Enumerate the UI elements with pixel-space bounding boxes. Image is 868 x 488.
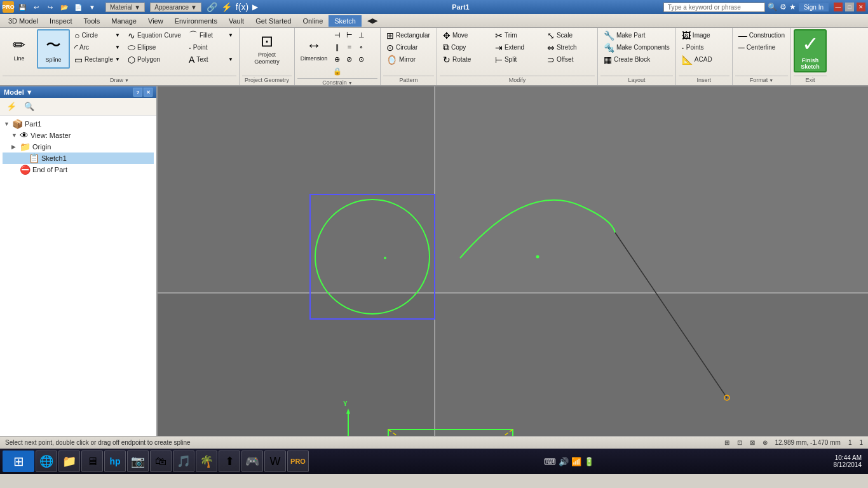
constrain-group-label[interactable]: Constrain ▼ — [297, 78, 377, 86]
polygon-btn[interactable]: ⬡ Polygon — [125, 53, 184, 65]
extend-btn[interactable]: ⇥ Extend — [492, 41, 543, 53]
modify-group-label[interactable]: Modify — [440, 76, 595, 84]
format-group-label[interactable]: Format ▼ — [735, 76, 788, 84]
network-icon[interactable]: 📶 — [571, 457, 581, 466]
qa-save[interactable]: 💾 — [17, 1, 28, 13]
taskbar-folder[interactable]: 📁 — [58, 451, 80, 472]
star-icon[interactable]: ★ — [789, 3, 796, 11]
qa-options[interactable]: ▼ — [86, 1, 98, 13]
line-btn[interactable]: ✏ Line — [3, 29, 36, 69]
copy-btn[interactable]: ⧉ Copy — [440, 41, 491, 53]
rectangle-btn[interactable]: ▭ Rectangle ▼ — [71, 53, 123, 65]
constrain-btn-10[interactable]: 🔒 — [332, 65, 343, 77]
qa-redo[interactable]: ↪ — [44, 1, 56, 13]
make-components-btn[interactable]: 🔩 Make Components — [600, 41, 673, 53]
taskbar-camera[interactable]: 📷 — [127, 451, 149, 472]
qa-icon1[interactable]: 🔗 — [207, 2, 217, 12]
constrain-btn-3[interactable]: ⊥ — [356, 29, 367, 41]
constrain-btn-7[interactable]: ⊕ — [332, 53, 343, 65]
start-button[interactable]: ⊞ — [3, 451, 34, 472]
status-icon-4[interactable]: ⊗ — [763, 439, 768, 446]
qa-undo[interactable]: ↩ — [31, 1, 42, 13]
tree-item-origin[interactable]: ▶ 📁 Origin — [3, 141, 154, 152]
spline-btn[interactable]: 〜 Spline — [37, 29, 70, 69]
tree-item-view-master[interactable]: ▼ 👁 View: Master — [3, 130, 154, 141]
menu-manage[interactable]: Manage — [105, 15, 142, 27]
search-box[interactable]: Type a keyword or phrase — [663, 3, 765, 12]
options-icon[interactable]: ⚙ — [780, 3, 787, 11]
taskbar-ie[interactable]: 🌐 — [36, 451, 57, 472]
equation-curve-btn[interactable]: ∿ Equation Curve — [125, 29, 184, 41]
taskbar-tree[interactable]: 🌴 — [196, 451, 217, 472]
trim-btn[interactable]: ✂ Trim — [492, 29, 543, 41]
constrain-btn-4[interactable]: ∥ — [332, 41, 343, 53]
menu-environments[interactable]: Environments — [169, 15, 223, 27]
constrain-btn-6[interactable]: ∘ — [356, 41, 367, 53]
centerline-btn[interactable]: ─ Centerline — [735, 41, 788, 53]
minimize-btn[interactable]: — — [834, 3, 843, 11]
project-geometry-group-label[interactable]: Project Geometry — [242, 76, 292, 84]
appearance-dropdown[interactable]: Appearance ▼ — [150, 3, 201, 12]
offset-btn[interactable]: ⊃ Offset — [544, 53, 595, 65]
search-icon[interactable]: 🔍 — [768, 3, 777, 11]
menu-online[interactable]: Online — [297, 15, 329, 27]
constrain-btn-2[interactable]: ⊢ — [344, 29, 355, 41]
constrain-btn-8[interactable]: ⊘ — [344, 53, 355, 65]
arc-btn[interactable]: ◜ Arc ▼ — [71, 41, 123, 53]
constrain-btn-5[interactable]: = — [344, 41, 355, 53]
pattern-btn-2[interactable]: ⊙ Circular — [383, 41, 434, 53]
taskbar-music[interactable]: 🎵 — [173, 451, 194, 472]
panel-close-btn[interactable]: ✕ — [144, 88, 153, 97]
menu-sketch[interactable]: Sketch — [329, 15, 362, 27]
pattern-btn-3[interactable]: 🪞 Mirror — [383, 53, 434, 65]
circle-btn[interactable]: ○ Circle ▼ — [71, 29, 123, 41]
layout-group-label[interactable]: Layout — [600, 76, 673, 84]
draw-group-label[interactable]: Draw ▼ — [3, 76, 236, 84]
make-part-btn[interactable]: 🔧 Make Part — [600, 29, 673, 41]
taskbar-time[interactable]: 10:44 AM 8/12/2014 — [830, 453, 866, 470]
status-icon-3[interactable]: ⊠ — [750, 439, 755, 446]
taskbar-store[interactable]: 🛍 — [150, 451, 172, 472]
menu-view[interactable]: View — [142, 15, 169, 27]
ellipse-btn[interactable]: ⬭ Ellipse — [125, 41, 184, 53]
split-btn[interactable]: ⊢ Split — [492, 53, 543, 65]
tree-item-sketch1[interactable]: 📋 Sketch1 — [3, 152, 154, 164]
pattern-group-label[interactable]: Pattern — [383, 76, 434, 84]
close-btn[interactable]: ✕ — [857, 3, 865, 11]
points-btn[interactable]: · Points — [679, 41, 729, 53]
taskbar-inventor[interactable]: PRO — [287, 451, 309, 472]
insert-group-label[interactable]: Insert — [679, 76, 729, 84]
taskbar-hp[interactable]: hp — [104, 451, 126, 472]
sign-in-btn[interactable]: Sign In — [799, 3, 829, 11]
project-geometry-btn[interactable]: ⊡ ProjectGeometry — [250, 29, 283, 69]
taskbar-game[interactable]: 🎮 — [241, 451, 263, 472]
construction-btn[interactable]: — Construction — [735, 29, 788, 41]
tree-item-end-of-part[interactable]: ⛔ End of Part — [3, 164, 154, 175]
rotate-btn[interactable]: ↻ Rotate — [440, 53, 491, 65]
canvas-area[interactable]: FRONT ⊙ ✋ + - ⊡ — [158, 86, 868, 436]
search-model-btn[interactable]: 🔍 — [22, 100, 37, 112]
qa-more[interactable]: ▶ — [252, 3, 258, 11]
scale-btn[interactable]: ⤡ Scale — [544, 29, 595, 41]
qa-icon2[interactable]: ⚡ — [221, 2, 232, 12]
menu-getstarted[interactable]: Get Started — [250, 15, 297, 27]
qa-open[interactable]: 📂 — [58, 1, 70, 13]
taskbar-computer[interactable]: 🖥 — [81, 451, 103, 472]
menu-3dmodel[interactable]: 3D Model — [3, 15, 44, 27]
finish-sketch-btn[interactable]: ✓ FinishSketch — [794, 29, 827, 72]
constrain-btn-9[interactable]: ⊙ — [356, 53, 367, 65]
menu-tools[interactable]: Tools — [78, 15, 106, 27]
taskbar-word[interactable]: W — [264, 451, 286, 472]
tree-item-part1[interactable]: ▼ 📦 Part1 — [3, 118, 154, 130]
filter-btn[interactable]: ⚡ — [4, 100, 19, 112]
taskbar-up[interactable]: ⬆ — [219, 451, 240, 472]
fillet-btn[interactable]: ⌒ Fillet ▼ — [186, 29, 236, 41]
point-btn[interactable]: · Point — [186, 41, 236, 53]
volume-icon[interactable]: 🔊 — [559, 457, 569, 466]
battery-icon[interactable]: 🔋 — [584, 457, 594, 466]
exit-group-label[interactable]: Exit — [794, 76, 827, 84]
pattern-btn-1[interactable]: ⊞ Rectangular — [383, 29, 434, 41]
stretch-btn[interactable]: ⇔ Stretch — [544, 41, 595, 53]
status-icon-2[interactable]: ⊡ — [737, 439, 742, 446]
qa-formula[interactable]: f(x) — [236, 2, 248, 12]
